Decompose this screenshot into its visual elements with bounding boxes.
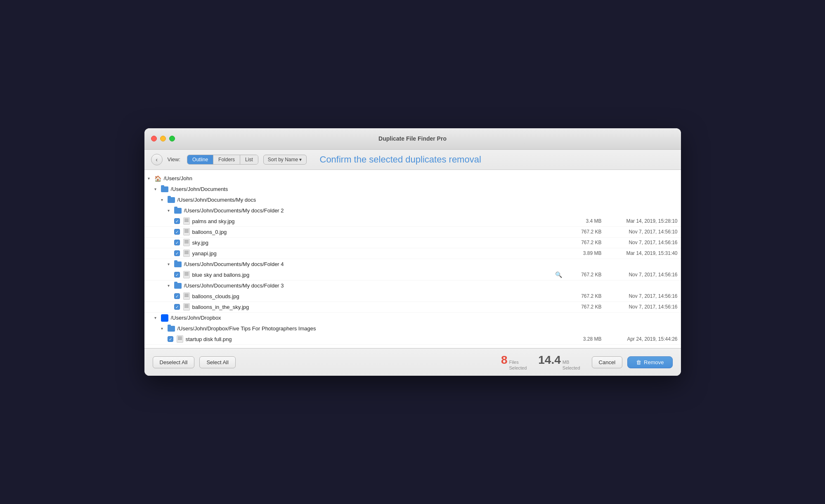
file-checkbox[interactable] bbox=[174, 304, 180, 310]
file-size: 767.2 KB bbox=[569, 240, 602, 245]
file-meta: 767.2 KBNov 7, 2017, 14:56:16 bbox=[569, 240, 678, 245]
file-checkbox[interactable] bbox=[168, 336, 173, 342]
file-size: 767.2 KB bbox=[569, 304, 602, 310]
view-button-group: Outline Folders List bbox=[187, 155, 258, 165]
chevron-icon[interactable]: ▾ bbox=[168, 283, 173, 288]
chevron-icon[interactable]: ▾ bbox=[168, 208, 173, 213]
app-window: Duplicate File Finder Pro ‹ View: Outlin… bbox=[144, 128, 681, 376]
folder-row: ▾/Users/John/Documents/My docs bbox=[144, 195, 681, 205]
file-row[interactable]: yanapi.jpg3.89 MBMar 14, 2019, 15:31:40 bbox=[144, 248, 681, 259]
file-icon bbox=[183, 303, 190, 311]
file-row[interactable]: sky.jpg767.2 KBNov 7, 2017, 14:56:16 bbox=[144, 238, 681, 248]
file-size: 767.2 KB bbox=[569, 229, 602, 235]
preview-icon[interactable]: 🔍 bbox=[555, 271, 562, 278]
file-size: 3.89 MB bbox=[569, 250, 602, 256]
folder-icon bbox=[161, 186, 168, 192]
file-row[interactable]: balloons_0.jpg767.2 KBNov 7, 2017, 14:56… bbox=[144, 227, 681, 238]
file-checkbox[interactable] bbox=[174, 293, 180, 299]
file-checkbox[interactable] bbox=[174, 250, 180, 256]
remove-button[interactable]: 🗑 Remove bbox=[627, 356, 672, 368]
file-checkbox[interactable] bbox=[174, 218, 180, 224]
chevron-icon[interactable]: ▾ bbox=[154, 187, 159, 191]
folder-icon bbox=[174, 283, 182, 289]
file-checkbox[interactable] bbox=[174, 229, 180, 235]
files-selected-stats: 8 Files Selected bbox=[501, 353, 527, 371]
folder-name: /Users/John/Documents/My docs/Folder 4 bbox=[184, 261, 678, 267]
mb-selected-label: Selected bbox=[563, 365, 580, 370]
file-icon bbox=[183, 239, 190, 246]
folder-row: ▾/Users/John/Documents/My docs/Folder 4 bbox=[144, 259, 681, 270]
folder-name: /Users/John bbox=[164, 175, 678, 181]
select-all-button[interactable]: Select All bbox=[199, 356, 235, 368]
folder-icon bbox=[168, 326, 175, 332]
cancel-button[interactable]: Cancel bbox=[592, 356, 622, 368]
files-label1: Files bbox=[509, 360, 518, 365]
file-row[interactable]: blue sky and ballons.jpg🔍767.2 KBNov 7, … bbox=[144, 270, 681, 280]
file-icon bbox=[183, 292, 190, 300]
folder-name: /Users/John/Documents/My docs/Folder 3 bbox=[184, 283, 678, 289]
file-date: Nov 7, 2017, 14:56:10 bbox=[612, 229, 678, 235]
folder-name: /Users/John/Documents/My docs/Folder 2 bbox=[184, 207, 678, 214]
window-title: Duplicate File Finder Pro bbox=[378, 135, 447, 142]
file-tree: ▾🏠/Users/John▾/Users/John/Documents▾/Use… bbox=[144, 170, 681, 348]
file-icon bbox=[183, 250, 190, 257]
file-row[interactable]: startup disk full.png3.28 MBApr 24, 2019… bbox=[144, 334, 681, 345]
file-row[interactable]: balloons_clouds.jpg767.2 KBNov 7, 2017, … bbox=[144, 291, 681, 302]
file-icon bbox=[183, 217, 190, 225]
file-checkbox[interactable] bbox=[174, 272, 180, 278]
file-date: Mar 14, 2019, 15:31:40 bbox=[612, 250, 678, 256]
folder-row: ▾/Users/John/Dropbox/Five Tips For Photo… bbox=[144, 323, 681, 334]
file-size: 767.2 KB bbox=[569, 272, 602, 278]
file-checkbox[interactable] bbox=[174, 240, 180, 245]
back-button[interactable]: ‹ bbox=[151, 154, 163, 165]
bottom-bar: Deselect All Select All 8 Files Selected… bbox=[144, 348, 681, 376]
deselect-all-button[interactable]: Deselect All bbox=[153, 356, 195, 368]
file-row[interactable]: balloons_in_the_sky.jpg767.2 KBNov 7, 20… bbox=[144, 302, 681, 313]
sort-button[interactable]: Sort by Name ▾ bbox=[263, 155, 307, 165]
chevron-icon[interactable]: ▾ bbox=[168, 262, 173, 266]
view-list-button[interactable]: List bbox=[240, 155, 258, 164]
remove-label: Remove bbox=[644, 359, 664, 365]
file-meta: 767.2 KBNov 7, 2017, 14:56:10 bbox=[569, 229, 678, 235]
traffic-lights bbox=[151, 136, 175, 141]
folder-row: ▾/Users/John/Documents/My docs/Folder 2 bbox=[144, 205, 681, 216]
file-size: 767.2 KB bbox=[569, 293, 602, 299]
dropbox-icon bbox=[161, 314, 168, 322]
close-button[interactable] bbox=[151, 136, 157, 141]
folder-row: ▾🏠/Users/John bbox=[144, 173, 681, 184]
file-name: blue sky and ballons.jpg bbox=[192, 272, 555, 278]
file-meta: 767.2 KBNov 7, 2017, 14:56:16 bbox=[569, 293, 678, 299]
files-count: 8 bbox=[501, 353, 508, 367]
view-folders-button[interactable]: Folders bbox=[213, 155, 240, 164]
file-name: balloons_in_the_sky.jpg bbox=[192, 304, 565, 310]
chevron-icon[interactable]: ▾ bbox=[161, 326, 166, 331]
file-size: 3.28 MB bbox=[569, 336, 602, 342]
folder-row: ▾/Users/John/Documents bbox=[144, 184, 681, 195]
file-meta: 767.2 KBNov 7, 2017, 14:56:16 bbox=[569, 304, 678, 310]
view-label: View: bbox=[168, 156, 181, 163]
chevron-icon[interactable]: ▾ bbox=[148, 176, 153, 181]
minimize-button[interactable] bbox=[160, 136, 166, 141]
folder-row: ▾/Users/John/Dropbox bbox=[144, 313, 681, 323]
view-outline-button[interactable]: Outline bbox=[187, 155, 213, 164]
file-name: startup disk full.png bbox=[186, 336, 565, 342]
toolbar: ‹ View: Outline Folders List Sort by Nam… bbox=[144, 150, 681, 170]
file-name: yanapi.jpg bbox=[192, 250, 565, 257]
chevron-icon[interactable]: ▾ bbox=[161, 198, 166, 202]
file-row[interactable]: palms and sky.jpg3.4 MBMar 14, 2019, 15:… bbox=[144, 216, 681, 227]
folder-name: /Users/John/Documents bbox=[171, 186, 678, 192]
file-icon bbox=[183, 271, 190, 278]
maximize-button[interactable] bbox=[169, 136, 175, 141]
file-date: Apr 24, 2019, 15:44:26 bbox=[612, 336, 678, 342]
mb-label: MB Selected bbox=[563, 359, 580, 371]
folder-icon bbox=[174, 261, 182, 267]
folder-icon bbox=[168, 197, 175, 203]
file-icon bbox=[183, 228, 190, 236]
folder-name: /Users/John/Documents/My docs bbox=[177, 197, 678, 203]
folder-name: /Users/John/Dropbox bbox=[171, 315, 678, 321]
file-date: Nov 7, 2017, 14:56:16 bbox=[612, 304, 678, 310]
chevron-icon[interactable]: ▾ bbox=[154, 316, 159, 320]
page-title: Confirm the selected duplicates removal bbox=[320, 154, 481, 165]
file-name: balloons_0.jpg bbox=[192, 229, 565, 235]
file-date: Mar 14, 2019, 15:28:10 bbox=[612, 218, 678, 224]
